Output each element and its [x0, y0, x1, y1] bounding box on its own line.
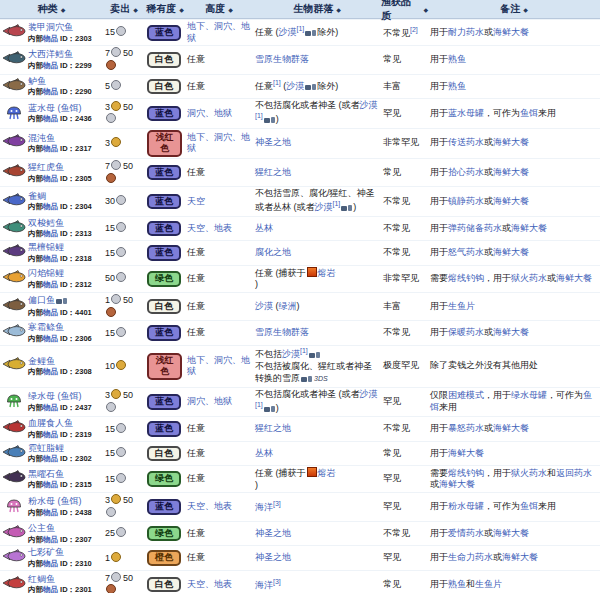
wiki-link[interactable]: 天空: [187, 196, 205, 206]
sort-icon[interactable]: ◆: [336, 6, 341, 13]
item-id-link[interactable]: 物品: [43, 559, 58, 568]
wiki-link[interactable]: 熟鱼: [448, 54, 466, 64]
item-id-link[interactable]: 物品: [43, 34, 58, 43]
item-id-link[interactable]: 物品: [43, 480, 58, 489]
wiki-link[interactable]: [2]: [410, 26, 418, 33]
wiki-link[interactable]: 神圣之地: [255, 137, 291, 147]
fish-name-link[interactable]: 红鲷鱼: [28, 574, 55, 584]
sort-icon[interactable]: ◆: [179, 6, 184, 13]
wiki-link[interactable]: 神圣之地: [255, 552, 291, 562]
fish-name-link[interactable]: 猩红虎鱼: [28, 162, 64, 172]
fish-name-link[interactable]: 寒霜鲦鱼: [28, 322, 64, 332]
item-id-link[interactable]: 物品: [43, 114, 58, 123]
wiki-link[interactable]: 雪原生物群落: [255, 327, 309, 337]
wiki-link[interactable]: 耐力药水: [448, 27, 484, 37]
wiki-link[interactable]: 海鲜大餐: [493, 167, 529, 177]
wiki-link[interactable]: 生鱼片: [475, 579, 502, 589]
wiki-link[interactable]: 暴怒药水: [448, 423, 484, 433]
fish-name-link[interactable]: 偏口鱼: [28, 295, 55, 305]
fish-name-link[interactable]: 绿水母 (鱼饵): [28, 391, 82, 401]
wiki-link[interactable]: 海鲜大餐: [493, 196, 529, 206]
wiki-link[interactable]: 爱情药水: [448, 528, 484, 538]
wiki-link[interactable]: 传送药水: [448, 137, 484, 147]
wiki-link[interactable]: 熟鱼: [448, 579, 466, 589]
wiki-link[interactable]: 熔线钓钩: [448, 273, 484, 283]
wiki-link[interactable]: 海鲜大餐: [493, 247, 529, 257]
wiki-link[interactable]: 海鲜大餐: [493, 137, 529, 147]
wiki-link[interactable]: 沙漠: [315, 202, 333, 212]
col-header-species[interactable]: 种类◆: [0, 2, 103, 16]
wiki-link[interactable]: [3]: [273, 578, 281, 585]
wiki-link[interactable]: 拾心药水: [448, 167, 484, 177]
wiki-link[interactable]: 保暖药水: [448, 327, 484, 337]
fish-name-link[interactable]: 雀鲷: [28, 191, 46, 201]
item-id-link[interactable]: 物品: [43, 308, 58, 317]
wiki-link[interactable]: 熔岩: [318, 468, 336, 478]
item-id-link[interactable]: 物品: [43, 430, 58, 439]
wiki-link[interactable]: 怒气药水: [448, 247, 484, 257]
wiki-link[interactable]: [1]: [333, 200, 341, 207]
wiki-link[interactable]: 海鲜大餐: [556, 273, 592, 283]
item-id-link[interactable]: 物品: [43, 403, 58, 412]
wiki-link[interactable]: 沙漠: [279, 27, 297, 37]
col-header-notes[interactable]: 备注◆: [428, 2, 600, 16]
fish-name-link[interactable]: 装甲洞穴鱼: [28, 22, 73, 32]
wiki-link[interactable]: 猩红之地: [255, 423, 291, 433]
col-header-quality[interactable]: 渔获品质◆: [381, 0, 428, 23]
item-id-link[interactable]: 物品: [43, 174, 58, 183]
fish-name-link[interactable]: 蓝水母 (鱼饵): [28, 103, 82, 113]
sort-icon[interactable]: ◆: [61, 6, 66, 13]
wiki-link[interactable]: 海洋: [255, 580, 273, 590]
wiki-link[interactable]: 洞穴、地狱: [187, 108, 232, 118]
wiki-link[interactable]: [1]: [273, 79, 281, 86]
sort-icon[interactable]: ◆: [228, 6, 233, 13]
wiki-link[interactable]: [3]: [273, 500, 281, 507]
wiki-link[interactable]: 生命力药水: [448, 552, 493, 562]
wiki-link[interactable]: 绿洲: [279, 301, 297, 311]
item-id-link[interactable]: 物品: [43, 229, 58, 238]
item-id-link[interactable]: 物品: [43, 202, 58, 211]
wiki-link[interactable]: 熔线钓钩: [448, 468, 484, 478]
sort-icon[interactable]: ◆: [133, 6, 138, 13]
item-id-link[interactable]: 物品: [43, 280, 58, 289]
fish-name-link[interactable]: 闪焰锦鲤: [28, 268, 64, 278]
wiki-link[interactable]: 丛林: [255, 223, 273, 233]
wiki-link[interactable]: 海鲜大餐: [493, 423, 529, 433]
wiki-link[interactable]: 鱼饵: [520, 108, 538, 118]
fish-name-link[interactable]: 霓虹脂鲤: [28, 443, 64, 453]
fish-name-link[interactable]: 血腥食人鱼: [28, 418, 73, 428]
fish-name-link[interactable]: 大西洋鳕鱼: [28, 49, 73, 59]
wiki-link[interactable]: 雪原生物群落: [255, 54, 309, 64]
wiki-link[interactable]: 神圣之地: [255, 528, 291, 538]
wiki-link[interactable]: 天空、地表: [187, 501, 232, 511]
col-header-height[interactable]: 高度◆: [185, 2, 253, 16]
wiki-link[interactable]: 沙漠: [255, 301, 273, 311]
item-id-link[interactable]: 物品: [43, 585, 58, 593]
wiki-link[interactable]: 沙漠: [360, 389, 378, 399]
wiki-link[interactable]: 弹药储备药水: [448, 223, 502, 233]
wiki-link[interactable]: [1]: [255, 401, 263, 408]
col-header-biome[interactable]: 生物群落◆: [253, 2, 381, 16]
wiki-link[interactable]: 镇静药水: [448, 196, 484, 206]
wiki-link[interactable]: 海鲜大餐: [493, 327, 529, 337]
wiki-link[interactable]: 海鲜大餐: [493, 27, 529, 37]
item-id-link[interactable]: 物品: [43, 87, 58, 96]
wiki-link[interactable]: 蓝水母罐: [448, 108, 484, 118]
item-id-link[interactable]: 物品: [43, 254, 58, 263]
col-header-sell[interactable]: 卖出◆: [103, 2, 145, 16]
fish-name-link[interactable]: 金鲤鱼: [28, 356, 55, 366]
fish-name-link[interactable]: 黑曜石鱼: [28, 469, 64, 479]
wiki-link[interactable]: 困难模式: [448, 390, 484, 400]
wiki-link[interactable]: [1]: [300, 347, 308, 354]
wiki-link[interactable]: 熔岩: [318, 268, 336, 278]
wiki-link[interactable]: 狱火药水: [511, 273, 547, 283]
wiki-link[interactable]: 鱼饵: [520, 501, 538, 511]
wiki-link[interactable]: 狱火药水: [511, 468, 547, 478]
wiki-link[interactable]: 海洋: [255, 502, 273, 512]
col-header-rarity[interactable]: 稀有度◆: [145, 2, 185, 16]
fish-name-link[interactable]: 鲈鱼: [28, 76, 46, 86]
item-id-link[interactable]: 物品: [43, 334, 58, 343]
fish-name-link[interactable]: 七彩矿鱼: [28, 547, 64, 557]
item-id-link[interactable]: 物品: [43, 144, 58, 153]
wiki-link[interactable]: 返回药水: [556, 468, 592, 478]
